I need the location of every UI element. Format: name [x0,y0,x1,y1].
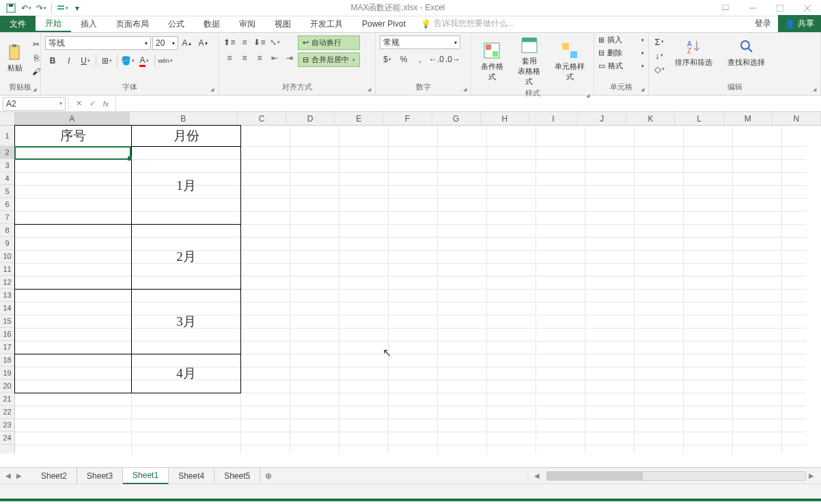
sheet-nav-prev-icon[interactable]: ◀ [5,472,15,479]
col-header-N[interactable]: N [773,112,821,125]
col-header-G[interactable]: G [432,112,481,125]
italic-button[interactable]: I [61,53,76,68]
fx-icon[interactable]: fx [100,100,111,108]
tab-pivot[interactable]: Power Pivot [352,16,415,32]
wrap-text-button[interactable]: ↩自动换行 [298,36,360,50]
comma-format-icon[interactable]: , [413,52,428,67]
decrease-decimal-icon[interactable]: .0→ [445,52,460,67]
row-header-5[interactable]: 5 [0,185,14,198]
tab-view[interactable]: 视图 [265,16,301,32]
align-center-icon[interactable]: ≡ [238,51,251,65]
redo-icon[interactable]: ↷ [34,1,48,15]
col-header-E[interactable]: E [335,112,383,125]
delete-cells-button[interactable]: ⊟删除▾ [597,47,645,59]
name-box[interactable]: A2▾ [3,97,66,111]
decrease-font-icon[interactable]: A▼ [196,36,211,51]
sheet-nav-next-icon[interactable]: ▶ [16,472,26,479]
close-icon[interactable] [794,0,821,16]
tab-home[interactable]: 开始 [36,16,71,32]
row-header-7[interactable]: 7 [0,211,14,224]
sheet-tab-3[interactable]: Sheet1 [123,468,169,484]
cancel-icon[interactable]: ✕ [73,99,84,108]
decrease-indent-icon[interactable]: ⇤ [268,51,281,65]
tab-split-handle[interactable]: ⋮ [525,472,531,479]
cell-A17-20[interactable] [14,354,132,393]
cell-B1[interactable]: 月份 [131,125,241,147]
cell-grid[interactable]: 序号 月份 1月 2月 3月 4月 [15,126,806,453]
sort-filter-button[interactable]: AZ 排序和筛选 [669,36,718,75]
format-table-button[interactable]: 套用 表格格式 [512,34,548,88]
cell-B12-16[interactable]: 3月 [131,289,241,354]
bold-button[interactable]: B [45,53,60,68]
tab-data[interactable]: 数据 [194,16,229,32]
sheet-tab-4[interactable]: Sheet4 [169,468,214,484]
tab-formulas[interactable]: 公式 [158,16,194,32]
col-header-F[interactable]: F [383,112,432,125]
col-header-J[interactable]: J [578,112,626,125]
col-header-H[interactable]: H [481,112,529,125]
align-middle-icon[interactable]: ≡ [238,36,251,49]
underline-button[interactable]: U [78,53,93,68]
increase-decimal-icon[interactable]: ←.0 [429,52,444,67]
col-header-I[interactable]: I [529,112,578,125]
tab-file[interactable]: 文件 [0,16,36,32]
row-header-4[interactable]: 4 [0,172,14,185]
fill-icon[interactable]: ↓ [653,49,665,61]
percent-format-icon[interactable]: % [396,52,411,67]
number-format-select[interactable]: 常规▾ [380,36,460,49]
accounting-format-icon[interactable]: $ [380,52,395,67]
hscroll-left-icon[interactable]: ◀ [534,472,544,479]
cell-B17-20[interactable]: 4月 [131,354,241,393]
format-cells-button[interactable]: ▭格式▾ [597,60,645,72]
add-sheet-icon[interactable]: ⊕ [260,471,277,481]
autosum-icon[interactable]: Σ [653,36,665,48]
cell-A1[interactable]: 序号 [14,125,132,147]
row-header-9[interactable]: 9 [0,237,14,250]
phonetic-button[interactable]: wén [158,53,173,68]
row-header-18[interactable]: 18 [0,354,14,367]
row-header-8[interactable]: 8 [0,224,14,237]
align-bottom-icon[interactable]: ⬇≡ [253,36,266,49]
col-header-L[interactable]: L [675,112,723,125]
row-header-21[interactable]: 21 [0,393,14,406]
select-all-corner[interactable] [0,112,15,125]
tab-insert[interactable]: 插入 [71,16,107,32]
login-button[interactable]: 登录 [748,15,778,32]
qat-more-icon[interactable] [55,1,69,15]
clear-icon[interactable]: ◇ [653,63,665,75]
row-header-20[interactable]: 20 [0,380,14,393]
tell-me-search[interactable]: 💡告诉我您想要做什么... [415,15,520,32]
share-button[interactable]: 👤共享 [778,15,821,32]
row-header-17[interactable]: 17 [0,341,14,354]
cell-A12-16[interactable] [14,289,132,354]
tab-dev[interactable]: 开发工具 [301,16,352,32]
increase-indent-icon[interactable]: ⇥ [283,51,296,65]
row-header-22[interactable]: 22 [0,406,14,419]
row-header-14[interactable]: 14 [0,302,14,315]
enter-icon[interactable]: ✓ [87,99,98,108]
undo-icon[interactable]: ↶ [19,1,33,15]
row-header-16[interactable]: 16 [0,328,14,341]
col-header-A[interactable]: A [15,112,130,125]
orientation-icon[interactable]: ⤡ [268,36,281,49]
row-header-10[interactable]: 10 [0,250,14,263]
sheet-tab-1[interactable]: Sheet2 [31,468,77,484]
cell-B2-6[interactable]: 1月 [131,146,241,225]
row-header-3[interactable]: 3 [0,159,14,172]
sheet-tab-5[interactable]: Sheet5 [214,468,260,484]
cell-styles-button[interactable]: 单元格样式 [548,40,591,83]
increase-font-icon[interactable]: A▲ [180,36,195,51]
cell-B7-11[interactable]: 2月 [131,224,241,290]
save-icon[interactable] [4,1,18,15]
col-header-C[interactable]: C [238,112,286,125]
row-header-19[interactable]: 19 [0,367,14,380]
col-header-B[interactable]: B [130,112,238,125]
row-header-15[interactable]: 15 [0,315,14,328]
font-size-select[interactable]: 20▾ [152,36,178,50]
row-header-1[interactable]: 1 [0,126,14,146]
font-color-button[interactable]: A [137,53,152,68]
tab-layout[interactable]: 页面布局 [107,16,158,32]
fill-color-button[interactable]: 🪣 [120,53,135,68]
row-header-11[interactable]: 11 [0,263,14,276]
maximize-icon[interactable] [766,0,794,16]
